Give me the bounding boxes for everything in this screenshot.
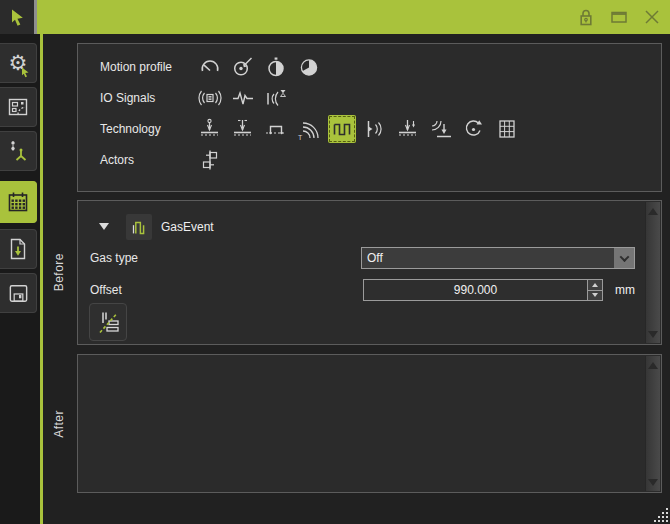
tool-gas-waveform[interactable] [328, 115, 356, 143]
tool-signal-down[interactable] [427, 115, 455, 143]
scroll-up-button[interactable] [646, 204, 660, 218]
tool-stopwatch[interactable] [262, 53, 290, 81]
toolbox-row-actors: Actors [100, 144, 661, 175]
tool-event-table[interactable] [493, 115, 521, 143]
gas-waveform-icon [329, 117, 355, 141]
sidebar-item-save[interactable] [0, 273, 37, 313]
row-label: IO Signals [100, 91, 196, 105]
before-panel: GasEvent Gas type Off Offset mm [77, 200, 662, 345]
signal-down-icon [428, 117, 454, 141]
offset-label: Offset [90, 283, 122, 297]
save-icon [7, 282, 30, 305]
scroll-down-button[interactable] [646, 327, 660, 341]
antenna-waves-icon: T [296, 117, 322, 141]
tool-bridge[interactable] [262, 115, 290, 143]
sidebar-item-kinematics[interactable] [0, 131, 37, 171]
resize-grip[interactable] [654, 508, 668, 522]
toolbox-row-motion-profile: Motion profile [100, 51, 661, 82]
spin-up-button[interactable] [588, 280, 602, 290]
gas-waveform-icon [128, 216, 150, 238]
stopwatch-icon [264, 55, 288, 79]
nozzle-focus-icon [395, 117, 421, 141]
tool-nozzle-plate-adjust[interactable] [229, 115, 257, 143]
tool-nozzle-focus[interactable] [394, 115, 422, 143]
row-label: Motion profile [100, 60, 196, 74]
offset-unit: mm [615, 283, 635, 297]
valve-icon [198, 148, 222, 172]
before-scrollbar[interactable] [645, 202, 660, 343]
tool-nozzle-spray[interactable] [361, 115, 389, 143]
gas-event-icon-tile[interactable] [126, 214, 152, 240]
tool-pulse[interactable] [229, 84, 257, 112]
offset-spinner [363, 279, 603, 301]
sidebar-item-settings[interactable]: ⚙ [0, 43, 37, 83]
toolbox-row-io-signals: IO Signals [100, 82, 661, 113]
gas-type-label: Gas type [90, 251, 138, 265]
sidebar-item-event-table[interactable] [0, 181, 37, 223]
scroll-down-icon [648, 479, 658, 486]
tool-gauge-filled[interactable] [295, 53, 323, 81]
titlebar-controls [576, 0, 662, 34]
event-grid-icon [6, 190, 30, 214]
nozzle-plate-adjust-icon [230, 117, 256, 141]
chevron-up-icon [592, 283, 598, 287]
tool-valve[interactable] [196, 146, 224, 174]
close-icon [643, 8, 661, 26]
lock-icon [578, 8, 594, 27]
gear-pointer-icon: ⚙ [9, 53, 28, 74]
signal-wait-icon [263, 87, 289, 109]
titlebar [0, 0, 670, 34]
after-section-label: After [43, 354, 75, 493]
broadcast-signal-icon [197, 87, 223, 109]
gauge-filled-icon [297, 55, 321, 79]
tool-nozzle-plate[interactable] [196, 115, 224, 143]
maximize-icon [610, 8, 628, 26]
gas-type-value: Off [362, 251, 614, 265]
collapse-triangle-icon[interactable] [99, 223, 109, 230]
app-corner-tile[interactable] [0, 0, 37, 34]
seam-offset-button[interactable] [89, 303, 127, 341]
cursor-icon [7, 7, 27, 27]
lock-button[interactable] [576, 7, 596, 27]
row-label: Technology [100, 122, 196, 136]
tool-broadcast-signal[interactable] [196, 84, 224, 112]
scroll-up-icon [648, 362, 658, 369]
maximize-button[interactable] [609, 7, 629, 27]
offset-input[interactable] [364, 280, 587, 300]
chevron-down-icon [619, 252, 629, 262]
kinematics-icon [6, 139, 30, 163]
tool-gauge[interactable] [196, 53, 224, 81]
tool-rotate[interactable] [460, 115, 488, 143]
after-scrollbar[interactable] [645, 356, 660, 491]
bridge-icon [263, 117, 289, 141]
nozzle-plate-icon [197, 117, 223, 141]
svg-text:T: T [298, 134, 303, 141]
scroll-up-icon [648, 208, 658, 215]
sidebar-item-program-panel[interactable] [0, 87, 37, 127]
chevron-down-icon [592, 293, 598, 297]
gauge-icon [198, 55, 222, 79]
scroll-down-icon [648, 331, 658, 338]
tool-signal-wait[interactable] [262, 84, 290, 112]
scroll-up-button[interactable] [646, 358, 660, 372]
pulse-icon [230, 87, 256, 109]
toolbox-row-technology: Technology [100, 113, 661, 144]
row-label: Actors [100, 153, 196, 167]
sidebar-item-document-export[interactable] [0, 229, 37, 269]
spinner-buttons [587, 280, 602, 300]
scroll-down-button[interactable] [646, 475, 660, 489]
toolbox-panel: Motion profile [77, 43, 662, 192]
program-panel-icon [6, 95, 30, 119]
gas-type-dropdown[interactable]: Off [361, 247, 635, 269]
tool-target[interactable] [229, 53, 257, 81]
close-button[interactable] [642, 7, 662, 27]
rotate-icon [461, 117, 487, 141]
target-arrow-icon [231, 55, 255, 79]
nozzle-spray-icon [362, 117, 388, 141]
tool-antenna-waves[interactable]: T [295, 115, 323, 143]
spin-down-button[interactable] [588, 290, 602, 301]
before-section-label: Before [43, 200, 75, 345]
dropdown-button[interactable] [614, 248, 634, 268]
event-table-icon [494, 117, 520, 141]
after-panel [77, 354, 662, 493]
